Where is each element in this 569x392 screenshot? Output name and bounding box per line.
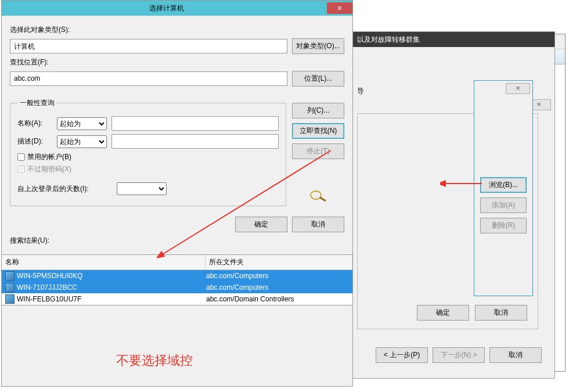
cancel-button-2[interactable]: 取消 [475,305,527,321]
close-button[interactable]: × [327,2,352,14]
cancel-button[interactable]: 取消 [292,217,344,232]
side-dialog: × 浏览(B)... 添加(A) 删除(R) [474,80,533,296]
stop-button: 停止(T) [292,143,344,159]
cancel-button-3[interactable]: 取消 [489,347,542,363]
query-legend: 一般性查询 [17,98,57,108]
svg-point-4 [311,191,321,199]
query-buttons: 列(C)... 立即查找(N) 停止(T) [292,103,344,205]
search-icon [308,188,328,205]
query-fieldset: 一般性查询 名称(A): 起始为 描述(D): 起始为 禁用的帐户(B) 不过期… [10,98,286,206]
desc-label: 描述(D): [17,136,52,146]
side-buttons: 浏览(B)... 添加(A) 删除(R) [480,177,527,233]
ok-button-2[interactable]: 确定 [417,305,469,321]
dialog-titlebar: 选择计算机 × [2,1,352,16]
days-label: 自上次登录后的天数(I): [17,184,89,194]
delete-button: 删除(R) [480,218,527,233]
list-header: 名称 所在文件夹 [2,255,352,270]
results-label: 搜索结果(U): [10,236,344,246]
svg-line-5 [320,197,326,201]
noexpire-checkbox: 不过期密码(X) [17,164,279,174]
next-button: 下一步(N) > [433,347,485,363]
computer-icon [5,283,15,292]
browse-button[interactable]: 浏览(B)... [480,177,527,193]
name-op-select[interactable]: 起始为 [57,117,107,130]
results-list[interactable]: 名称 所在文件夹 WIN-5PMSDHUI0KQabc.com/Computer… [2,254,352,305]
object-type-label: 选择此对象类型(S): [10,25,344,35]
computer-icon [5,294,15,304]
ok-button[interactable]: 确定 [235,217,287,232]
location-label: 查找位置(F): [10,57,344,67]
wizard-step: 导 [352,84,449,99]
desc-input[interactable] [111,134,279,149]
ok-cancel-row: 确定 取消 [10,217,344,232]
table-row[interactable]: WIN-7107JJJ2BCCabc.com/Computers [2,282,352,293]
location-field: abc.com [10,71,287,86]
disabled-checkbox[interactable]: 禁用的帐户(B) [17,152,279,162]
location-button[interactable]: 位置(L)... [292,71,344,87]
wizard-buttons: < 上一步(P) 下一步(N) > 取消 [376,347,542,363]
select-computer-dialog: 选择计算机 × 选择此对象类型(S): 计算机 对象类型(O)... 查找位置(… [1,0,353,387]
table-row[interactable]: WIN-5PMSDHUI0KQabc.com/Computers [2,270,352,282]
columns-button[interactable]: 列(C)... [292,103,344,118]
object-type-button[interactable]: 对象类型(O)... [292,38,344,54]
object-type-field: 计算机 [10,39,287,53]
find-now-button[interactable]: 立即查找(N) [292,123,344,139]
dialog-title: 选择计算机 [6,3,327,13]
dialog-body: 选择此对象类型(S): 计算机 对象类型(O)... 查找位置(F): abc.… [2,16,352,254]
prev-button[interactable]: < 上一步(P) [376,347,428,363]
computer-icon [5,271,15,280]
name-label: 名称(A): [17,118,52,128]
name-input[interactable] [111,116,279,131]
col-name[interactable]: 名称 [2,255,206,269]
side-close-button[interactable]: × [506,83,530,94]
desc-op-select[interactable]: 起始为 [57,135,107,148]
add-button: 添加(A) [480,197,527,213]
col-folder[interactable]: 所在文件夹 [206,255,352,269]
annotation-text: 不要选择域控 [116,352,193,369]
wizard-title: 以及对故障转移群集 [352,32,554,47]
days-select[interactable] [117,182,167,195]
table-row[interactable]: WIN-FELBG10UU7Fabc.com/Domain Controller… [2,293,352,305]
